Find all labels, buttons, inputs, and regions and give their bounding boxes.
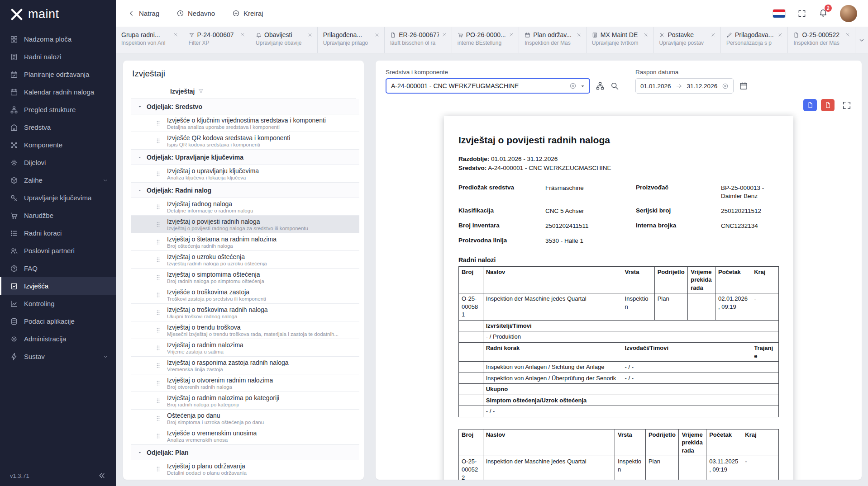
reports-list[interactable]: Odjeljak: SredstvoIzvješće o ključnim vr…: [131, 99, 361, 475]
calendar-picker-button[interactable]: [739, 81, 748, 90]
tab-plan-odrzav[interactable]: Plan održav...Inspektion der Mas: [519, 27, 587, 53]
caret-down-icon[interactable]: [138, 104, 142, 109]
drag-handle-icon[interactable]: [155, 256, 162, 263]
tab-o-25-000522[interactable]: O-25-000522Inspektion der Mas: [788, 27, 855, 53]
structure-picker-button[interactable]: [596, 81, 605, 90]
create-button[interactable]: Kreiraj: [232, 9, 263, 17]
tab-postavke[interactable]: PostavkeUpravljanje postav: [653, 27, 721, 53]
sidebar-item-podaci-aplikacije[interactable]: Podaci aplikacije: [0, 312, 116, 330]
close-icon[interactable]: [576, 32, 582, 38]
close-icon[interactable]: [845, 32, 850, 38]
close-icon[interactable]: [643, 32, 649, 38]
sidebar-item-kontroling[interactable]: Kontroling: [0, 295, 116, 312]
report-list-item[interactable]: Izvještaj o otvorenim radnim nalozimaBro…: [131, 374, 359, 392]
drag-handle-icon[interactable]: [155, 397, 162, 404]
asset-input[interactable]: [391, 82, 566, 90]
drag-handle-icon[interactable]: [155, 120, 162, 127]
report-list-item[interactable]: Izvještaj o uzroku oštećenjaIzvještaj ra…: [131, 251, 359, 269]
sidebar-collapse-button[interactable]: [98, 472, 106, 480]
drag-handle-icon[interactable]: [155, 362, 162, 369]
report-section-header[interactable]: Odjeljak: Radni nalog: [131, 183, 359, 198]
drag-handle-icon[interactable]: [155, 433, 162, 439]
drag-handle-icon[interactable]: [155, 274, 162, 281]
caret-down-icon[interactable]: [138, 450, 142, 455]
report-section-header[interactable]: Odjeljak: Plan: [131, 445, 359, 460]
report-list-item[interactable]: Izvješće o troškovima zastojaTroškovi za…: [131, 286, 359, 304]
report-list-item[interactable]: Izvještaj o troškovima radnih nalogaUkup…: [131, 304, 359, 321]
report-list-item[interactable]: Izvještaj o povijesti radnih nalogaIzvje…: [131, 216, 359, 233]
app-logo[interactable]: maint: [0, 0, 116, 27]
sidebar-item-radni-koraci[interactable]: Radni koraci: [0, 224, 116, 242]
sidebar-item-narudzbe[interactable]: Narudžbe: [0, 207, 116, 224]
language-flag-croatia[interactable]: [773, 9, 785, 18]
date-to[interactable]: 31.12.2026: [687, 83, 718, 90]
report-section-header[interactable]: Odjeljak: Upravljanje ključevima: [131, 150, 359, 165]
export-table-button[interactable]: [803, 99, 817, 111]
tab-prilagodava[interactable]: Prilagođava...Personalizacija s p: [721, 27, 788, 53]
clear-asset-icon[interactable]: [569, 82, 577, 90]
drag-handle-icon[interactable]: [155, 221, 162, 228]
search-asset-button[interactable]: [610, 81, 619, 90]
sidebar-item-faq[interactable]: FAQ: [0, 260, 116, 277]
tab-mx-maint-de[interactable]: MX Maint DEUpravljanje tvrtkom: [587, 27, 654, 53]
drag-handle-icon[interactable]: [155, 344, 162, 351]
close-icon[interactable]: [442, 32, 447, 38]
date-range-input[interactable]: 01.01.2026 31.12.2026: [635, 78, 734, 94]
fullscreen-icon[interactable]: [797, 9, 806, 18]
drag-handle-icon[interactable]: [155, 380, 162, 387]
sidebar-item-upravljanje-kljucevima[interactable]: Upravljanje ključevima: [0, 189, 116, 207]
drag-handle-icon[interactable]: [155, 415, 162, 422]
report-list-item[interactable]: Izvještaj o upravljanju ključevimaAnaliz…: [131, 165, 359, 183]
close-icon[interactable]: [173, 32, 178, 38]
reports-column-header[interactable]: Izvještaj: [131, 84, 356, 99]
export-pdf-button[interactable]: [821, 99, 835, 111]
sidebar-item-administracija[interactable]: Administracija: [0, 330, 116, 348]
drag-handle-icon[interactable]: [155, 292, 162, 298]
tab-po-26-0000[interactable]: PO-26-0000...interne BEstellung: [452, 27, 520, 53]
tab-p-24-000607[interactable]: P-24-000607Filter XP: [183, 27, 251, 53]
date-from[interactable]: 01.01.2026: [640, 83, 671, 90]
close-icon[interactable]: [777, 32, 783, 38]
report-list-item[interactable]: Izvještaj o štetama na radnim nalozimaBr…: [131, 233, 359, 251]
report-list-item[interactable]: Izvješće o ključnim vrijednostima sredst…: [131, 114, 359, 132]
asset-combobox[interactable]: [386, 78, 590, 94]
sidebar-item-pregled-strukture[interactable]: Pregled strukture: [0, 101, 116, 118]
close-icon[interactable]: [374, 32, 380, 38]
sidebar-item-kalendar-radnih-naloga[interactable]: Kalendar radnih naloga: [0, 83, 116, 101]
clear-date-icon[interactable]: [722, 83, 729, 90]
report-list-item[interactable]: Izvještaj o radnim nalozima po kategorij…: [131, 392, 359, 410]
report-list-item[interactable]: Izvještaj o radnim nalozimaVrijeme zasto…: [131, 339, 359, 357]
report-list-item[interactable]: Izvještaj o simptomima oštećenjaBroj rad…: [131, 269, 359, 286]
report-list-item[interactable]: Izvješće o vremenskim unosimaAnaliza vre…: [131, 427, 359, 445]
drag-handle-icon[interactable]: [155, 170, 162, 177]
drag-handle-icon[interactable]: [155, 327, 162, 334]
caret-down-icon[interactable]: [138, 155, 142, 160]
report-section-header[interactable]: Odjeljak: Sredstvo: [131, 99, 359, 114]
sidebar-item-radni-nalozi[interactable]: Radni nalozi: [0, 48, 116, 66]
back-button[interactable]: Natrag: [128, 9, 159, 17]
close-icon[interactable]: [240, 32, 245, 38]
drag-handle-icon[interactable]: [155, 466, 162, 472]
drag-handle-icon[interactable]: [155, 137, 162, 144]
filter-icon[interactable]: [198, 88, 204, 94]
tab-obavijesti[interactable]: ObavijestiUpravljanje obavije: [250, 27, 318, 53]
sidebar-item-nadzorna-ploca[interactable]: Nadzorna ploča: [0, 30, 116, 48]
recent-button[interactable]: Nedavno: [176, 9, 215, 17]
sidebar-item-zalihe[interactable]: Zalihe: [0, 171, 116, 189]
sidebar-item-sredstva[interactable]: Sredstva: [0, 118, 116, 136]
drag-handle-icon[interactable]: [155, 239, 162, 245]
drag-handle-icon[interactable]: [155, 203, 162, 210]
sidebar-item-dijelovi[interactable]: Dijelovi: [0, 154, 116, 171]
report-list-item[interactable]: Oštećenja po danuBroj simptoma i uzroka …: [131, 410, 359, 427]
report-list-item[interactable]: Izvješće QR kodova sredstava i komponent…: [131, 132, 359, 150]
sidebar-item-izvjesca[interactable]: Izvješća: [0, 277, 116, 295]
caret-down-icon[interactable]: [580, 83, 586, 89]
report-list-item[interactable]: Izvještaj o planu održavanjaDetaljni pod…: [131, 460, 359, 475]
close-icon[interactable]: [307, 32, 313, 38]
tab-er-26-000677[interactable]: ER-26-000677läuft bisschen öl ra: [385, 27, 452, 53]
tab-prilagodena[interactable]: Prilagođena...Upravljanje prilago: [318, 27, 385, 53]
close-icon[interactable]: [711, 32, 716, 38]
report-list-item[interactable]: Izvještaj radnog nalogaDetaljne informac…: [131, 198, 359, 216]
caret-down-icon[interactable]: [138, 188, 142, 193]
report-list-item[interactable]: Izvještaj o trendu troškovaMjesečni izvj…: [131, 321, 359, 339]
